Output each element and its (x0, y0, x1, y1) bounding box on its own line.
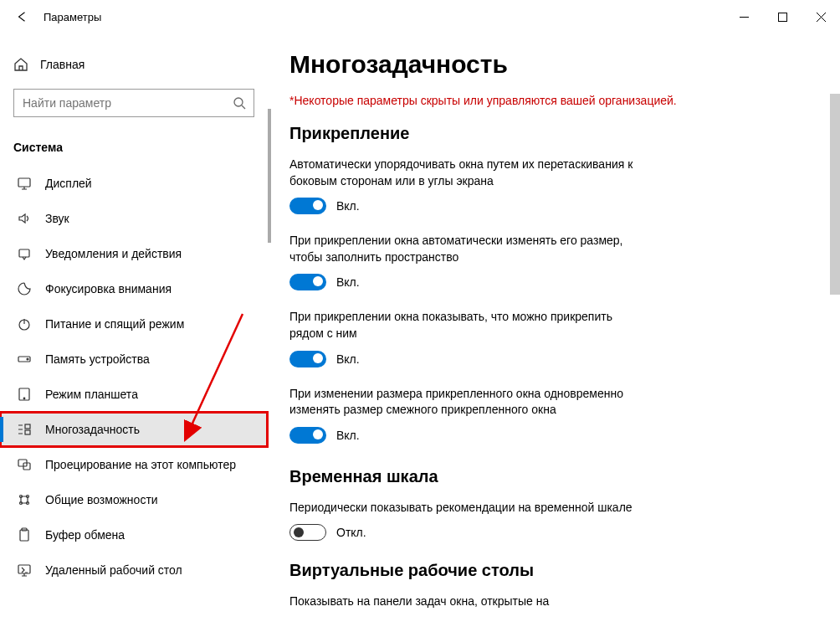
sound-icon (17, 211, 32, 226)
snap-toggle-3[interactable] (289, 427, 326, 444)
timeline-toggle-label: Откл. (336, 526, 366, 539)
share-icon (17, 492, 32, 507)
svg-point-1 (234, 98, 243, 106)
sidebar-item-clipboard[interactable]: Буфер обмена (0, 517, 268, 552)
sidebar-item-label: Фокусировка внимания (45, 282, 172, 295)
search-input[interactable] (13, 89, 254, 117)
sidebar-item-display[interactable]: Дисплей (0, 166, 268, 201)
window-title: Параметры (44, 11, 101, 23)
display-icon (17, 176, 32, 191)
sidebar-item-label: Уведомления и действия (45, 247, 182, 260)
clipboard-icon (17, 527, 32, 542)
snap-heading: Прикрепление (289, 124, 817, 143)
nav-list: ДисплейЗвукУведомления и действияФокусир… (0, 166, 268, 588)
sidebar-item-label: Общие возможности (45, 493, 158, 506)
sidebar-item-label: Удаленный рабочий стол (45, 563, 182, 577)
sidebar-item-focus[interactable]: Фокусировка внимания (0, 271, 268, 306)
sidebar-item-label: Дисплей (45, 177, 92, 190)
sidebar-item-multitask[interactable]: Многозадачность (0, 412, 268, 447)
snap-desc-3: При изменении размера прикрепленного окн… (289, 386, 649, 419)
sidebar-item-label: Память устройства (45, 352, 150, 366)
scroll-indicator (268, 109, 271, 243)
svg-rect-2 (18, 178, 30, 187)
snap-desc-0: Автоматически упорядочивать окна путем и… (289, 157, 649, 189)
svg-rect-10 (25, 430, 30, 434)
maximize-button[interactable] (763, 3, 802, 30)
virtual-heading: Виртуальные рабочие столы (289, 561, 817, 580)
sidebar-item-sound[interactable]: Звук (0, 201, 268, 236)
snap-toggle-label-1: Вкл. (336, 275, 360, 289)
multitask-icon (17, 422, 32, 437)
snap-toggle-1[interactable] (289, 274, 326, 290)
snap-toggle-label-3: Вкл. (336, 429, 360, 442)
sidebar-item-label: Буфер обмена (45, 528, 125, 542)
sidebar-item-remote[interactable]: Удаленный рабочий стол (0, 552, 268, 588)
back-button[interactable] (12, 7, 32, 27)
project-icon (17, 457, 32, 472)
home-label: Главная (40, 58, 85, 71)
scrollbar-track[interactable] (830, 33, 840, 632)
remote-icon (17, 563, 32, 578)
snap-toggle-0[interactable] (289, 198, 326, 214)
sidebar: Главная Система ДисплейЗвукУведомления и… (0, 33, 268, 632)
search-icon (233, 96, 246, 110)
virtual-desc: Показывать на панели задач окна, открыты… (289, 593, 649, 610)
close-button[interactable] (802, 3, 840, 30)
storage-icon (17, 352, 32, 367)
svg-rect-19 (18, 565, 30, 573)
svg-rect-9 (25, 424, 30, 429)
snap-toggle-label-2: Вкл. (336, 352, 360, 366)
sidebar-item-label: Режим планшета (45, 388, 138, 401)
timeline-desc: Периодически показывать рекомендации на … (289, 500, 649, 516)
notifications-icon (17, 246, 32, 261)
svg-point-8 (23, 398, 25, 399)
sidebar-item-label: Звук (45, 212, 69, 225)
minimize-button[interactable] (725, 3, 763, 30)
sidebar-item-notifications[interactable]: Уведомления и действия (0, 236, 268, 271)
org-notice: *Некоторые параметры скрыты или управляю… (289, 94, 817, 107)
sidebar-item-tablet[interactable]: Режим планшета (0, 377, 268, 412)
timeline-toggle[interactable] (289, 524, 326, 541)
home-icon (13, 57, 28, 72)
home-button[interactable]: Главная (0, 50, 268, 79)
window-controls (725, 3, 840, 30)
snap-toggle-2[interactable] (289, 351, 326, 367)
svg-rect-3 (19, 249, 29, 257)
svg-rect-17 (20, 530, 28, 541)
timeline-heading: Временная шкала (289, 467, 817, 486)
tablet-icon (17, 387, 32, 402)
main-content: Многозадачность *Некоторые параметры скр… (268, 33, 840, 632)
titlebar: Параметры (0, 0, 840, 33)
section-label: Система (0, 124, 268, 166)
scrollbar-thumb[interactable] (830, 94, 840, 295)
sidebar-item-share[interactable]: Общие возможности (0, 482, 268, 517)
sidebar-item-label: Проецирование на этот компьютер (45, 458, 236, 471)
sidebar-item-storage[interactable]: Память устройства (0, 342, 268, 377)
sidebar-item-project[interactable]: Проецирование на этот компьютер (0, 447, 268, 482)
power-icon (17, 316, 32, 331)
svg-rect-0 (778, 13, 786, 21)
snap-desc-2: При прикреплении окна показывать, что мо… (289, 309, 649, 342)
sidebar-item-label: Питание и спящий режим (45, 317, 184, 331)
snap-desc-1: При прикреплении окна автоматически изме… (289, 233, 649, 265)
svg-point-6 (27, 358, 28, 360)
focus-icon (17, 281, 32, 296)
sidebar-item-label: Многозадачность (45, 423, 140, 436)
snap-toggle-label-0: Вкл. (336, 199, 360, 213)
page-title: Многозадачность (289, 50, 817, 79)
sidebar-item-power[interactable]: Питание и спящий режим (0, 306, 268, 342)
